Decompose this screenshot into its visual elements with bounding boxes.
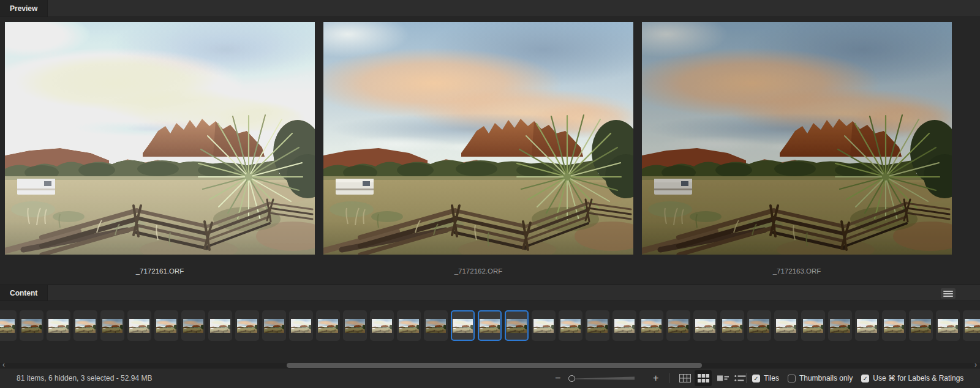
thumbnail[interactable] [936, 310, 960, 341]
thumbnail[interactable] [882, 310, 906, 341]
checkbox-label: Use ⌘ for Labels & Ratings [873, 374, 963, 382]
thumbnail[interactable] [532, 310, 556, 341]
checkbox-icon[interactable] [788, 375, 796, 382]
thumbnail-image [129, 319, 149, 333]
photo-image [323, 22, 633, 255]
thumbnail[interactable] [47, 310, 70, 341]
thumbnail-image [345, 319, 365, 333]
thumbnail[interactable] [451, 310, 475, 341]
thumbnail-image [264, 319, 284, 333]
preview-image[interactable]: _7172163.ORF [642, 22, 952, 255]
tab-content-label: Content [10, 289, 37, 297]
thumbnail-image [722, 319, 742, 333]
thumbnail[interactable] [127, 310, 151, 341]
view-options: ✓ Tiles Thumbnails only ✓ Use ⌘ for Labe… [752, 368, 963, 388]
thumbnail-image [291, 319, 311, 333]
zoom-in-button[interactable]: + [653, 368, 658, 388]
thumbnail[interactable] [424, 310, 448, 341]
hamburger-icon[interactable] [941, 288, 956, 299]
checkbox-icon[interactable]: ✓ [861, 375, 869, 382]
thumbnail[interactable] [20, 310, 43, 341]
option-checkbox[interactable]: ✓ Tiles [752, 374, 779, 382]
thumbnail[interactable] [316, 310, 340, 341]
thumbnail-image [453, 319, 473, 333]
thumbnail-image [560, 319, 581, 333]
zoom-out-button[interactable]: − [555, 368, 560, 388]
thumbnail[interactable] [370, 310, 394, 341]
thumbnail-image [75, 319, 96, 333]
thumbnail[interactable] [559, 310, 582, 341]
thumbnail[interactable] [262, 310, 286, 341]
preview-filename: _7172163.ORF [642, 267, 952, 275]
thumbnail[interactable] [909, 310, 933, 341]
thumbnail-image [776, 319, 796, 333]
checkbox-label: Thumbnails only [799, 374, 853, 382]
thumbnail[interactable] [774, 310, 798, 341]
thumbnail-image [857, 319, 877, 333]
thumbnail[interactable] [74, 310, 97, 341]
thumbnail[interactable] [855, 310, 879, 341]
thumbnail-image [749, 319, 769, 333]
thumbnail-image [884, 319, 904, 333]
preview-filename: _7172161.ORF [5, 267, 315, 275]
thumbnail[interactable] [478, 310, 502, 341]
thumbnail-image [695, 319, 715, 333]
thumbnail[interactable] [801, 310, 825, 341]
tile-view-icon[interactable] [714, 370, 731, 386]
thumbnail-image [183, 319, 203, 333]
thumbnail[interactable] [505, 310, 529, 341]
thumbnail-image [102, 319, 123, 333]
option-checkbox[interactable]: ✓ Use ⌘ for Labels & Ratings [861, 374, 963, 382]
thumbnail-image [938, 319, 958, 333]
thumbnail-image [614, 319, 635, 333]
preview-image[interactable]: _7172161.ORF [5, 22, 315, 255]
content-tabbar: Content [0, 285, 980, 301]
thumbnail[interactable] [0, 310, 17, 341]
thumbnail-image [641, 319, 662, 333]
scrollbar-thumb[interactable] [287, 363, 702, 368]
thumbnail[interactable] [397, 310, 421, 341]
option-checkbox[interactable]: Thumbnails only [788, 374, 853, 382]
photo-image [642, 22, 952, 255]
grid-filled-icon[interactable] [695, 370, 712, 386]
thumbnail[interactable] [100, 310, 124, 341]
thumbnail[interactable] [235, 310, 259, 341]
thumbnail[interactable] [747, 310, 771, 341]
horizontal-scrollbar[interactable]: ‹ › [0, 363, 980, 368]
zoom-slider-knob[interactable] [568, 375, 575, 382]
thumbnail[interactable] [208, 310, 232, 341]
thumbnail[interactable] [181, 310, 205, 341]
tab-content[interactable]: Content [0, 285, 48, 300]
thumbnail-row [0, 310, 980, 341]
thumbnail-image [156, 319, 176, 333]
checkbox-icon[interactable]: ✓ [752, 375, 760, 382]
thumbnail-image [965, 319, 980, 333]
tab-preview-label: Preview [10, 4, 37, 13]
thumbnail[interactable] [720, 310, 744, 341]
grid-outline-icon[interactable] [676, 370, 693, 386]
thumbnail-image [507, 319, 527, 333]
thumbnail-image [668, 319, 688, 333]
thumbnail[interactable] [963, 310, 980, 341]
thumbnail[interactable] [612, 310, 636, 341]
checkbox-label: Tiles [764, 374, 779, 382]
thumbnail[interactable] [666, 310, 690, 341]
thumbnail[interactable] [828, 310, 852, 341]
item-count-summary: 81 items, 6 hidden, 3 selected - 52.94 M… [17, 368, 152, 388]
zoom-slider-track[interactable] [571, 376, 635, 381]
thumbnail[interactable] [586, 310, 609, 341]
thumbnail[interactable] [154, 310, 178, 341]
thumbnail[interactable] [343, 310, 367, 341]
thumbnail[interactable] [289, 310, 313, 341]
thumbnail-image [480, 319, 500, 333]
preview-filename: _7172162.ORF [323, 267, 633, 275]
thumbnail-image [830, 319, 850, 333]
tab-preview[interactable]: Preview [0, 0, 48, 17]
thumbnail[interactable] [693, 310, 717, 341]
app-window: Preview _7172161.ORF _7172162.ORF _71721… [0, 0, 980, 388]
preview-image[interactable]: _7172162.ORF [323, 22, 633, 255]
thumbnail-image [210, 319, 230, 333]
thumbnail-image [587, 319, 608, 333]
thumbnail[interactable] [639, 310, 663, 341]
filmstrip [0, 302, 980, 363]
